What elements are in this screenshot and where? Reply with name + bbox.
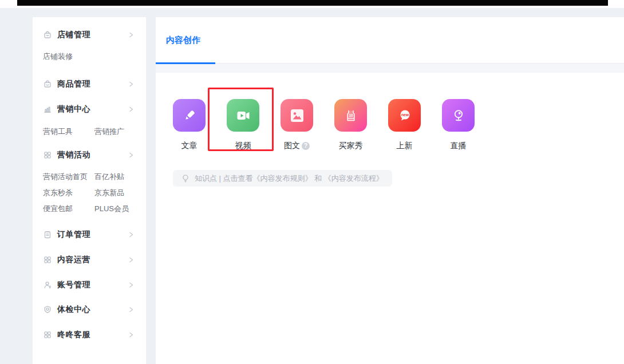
pencil-icon	[173, 99, 206, 132]
chevron-right-icon	[128, 152, 135, 159]
chevron-right-icon	[128, 31, 135, 38]
lightbulb-icon	[181, 174, 189, 183]
shop-bag-icon	[43, 30, 52, 39]
chevron-right-icon	[128, 306, 135, 313]
shield-icon	[43, 305, 52, 314]
sidebar: 店铺管理 店铺装修 商品管理 营销中心 营销工具 营销推广 营销活动	[33, 17, 146, 364]
clipboard-icon	[43, 230, 52, 239]
content-creation-area: 文章 视频 图文 ? 10 买	[156, 73, 624, 187]
sidebar-subitem[interactable]: 营销推广	[94, 126, 135, 137]
active-tab-underline	[156, 62, 215, 64]
tile-label: 图文 ?	[281, 140, 313, 152]
sidebar-item-product-management[interactable]: 商品管理	[43, 78, 135, 90]
sidebar-item-label: 账号管理	[57, 280, 90, 290]
sidebar-subitem[interactable]: 百亿补贴	[94, 169, 135, 185]
webcam-icon	[442, 99, 475, 132]
sidebar-item-label: 店铺管理	[57, 30, 90, 40]
sidebar-subgroup-marketing-center: 营销工具 营销推广	[43, 126, 135, 137]
sidebar-item-label: 营销中心	[57, 104, 90, 114]
grid-icon	[43, 330, 52, 339]
chevron-right-icon	[128, 282, 135, 288]
chevron-right-icon	[128, 106, 135, 113]
knowledge-tip-text[interactable]: 知识点 | 点击查看《内容发布规则》 和 《内容发布流程》	[195, 173, 384, 184]
new-bubble-text: new	[401, 113, 409, 117]
top-black-bar	[17, 0, 608, 6]
sidebar-subitem[interactable]: 京东新品	[94, 185, 135, 201]
sidebar-item-health-center[interactable]: 体检中心	[43, 304, 135, 315]
tile-label: 文章	[173, 140, 206, 152]
tile-row: 文章 视频 图文 ? 10 买	[156, 73, 624, 152]
sidebar-item-label: 商品管理	[57, 79, 90, 89]
jersey-icon: 10	[334, 99, 367, 132]
tile-article[interactable]: 文章	[173, 99, 206, 152]
chevron-right-icon	[128, 331, 135, 338]
tab-band	[156, 64, 624, 73]
bar-chart-icon	[43, 105, 52, 114]
tile-label: 买家秀	[334, 140, 367, 152]
grid-icon	[43, 255, 52, 264]
picture-icon	[281, 99, 313, 132]
sidebar-subitem[interactable]: 便宜包邮	[43, 201, 94, 217]
sidebar-item-label: 咚咚客服	[57, 330, 90, 340]
sidebar-subitem[interactable]: 店铺装修	[43, 51, 94, 62]
knowledge-tip[interactable]: 知识点 | 点击查看《内容发布规则》 和 《内容发布流程》	[173, 170, 392, 187]
video-camera-icon	[227, 99, 259, 132]
chevron-right-icon	[128, 231, 135, 238]
sidebar-item-label: 营销活动	[57, 150, 90, 160]
sidebar-subgroup-store: 店铺装修	[43, 51, 135, 62]
sidebar-item-account-management[interactable]: 账号管理	[43, 279, 135, 291]
sidebar-item-label: 内容运营	[57, 255, 90, 265]
grid-icon	[43, 151, 52, 160]
help-question-icon[interactable]: ?	[302, 142, 310, 150]
sidebar-item-content-operations[interactable]: 内容运营	[43, 254, 135, 266]
tile-buyer-show[interactable]: 10 买家秀	[334, 99, 367, 152]
sidebar-subitem[interactable]: PLUS会员	[94, 201, 135, 217]
sidebar-item-store-management[interactable]: 店铺管理	[43, 29, 135, 41]
sidebar-subgroup-marketing-activity: 营销活动首页 百亿补贴 京东秒杀 京东新品 便宜包邮 PLUS会员	[43, 169, 135, 217]
main-panel: 内容创作 文章 视频 图文	[156, 17, 624, 364]
sidebar-subitem[interactable]: 京东秒杀	[43, 185, 94, 201]
tab-content-creation[interactable]: 内容创作	[166, 35, 200, 46]
tile-label: 直播	[442, 140, 475, 152]
chevron-right-icon	[128, 81, 135, 88]
product-bag-icon	[43, 80, 52, 89]
jersey-number: 10	[349, 113, 353, 117]
user-icon	[43, 280, 52, 290]
new-bubble-icon: new	[388, 99, 421, 132]
sidebar-item-label: 体检中心	[57, 304, 90, 315]
tile-label: 上新	[388, 140, 421, 152]
sidebar-item-marketing-activity[interactable]: 营销活动	[43, 149, 135, 161]
tile-label: 视频	[227, 140, 259, 152]
sidebar-item-order-management[interactable]: 订单管理	[43, 229, 135, 240]
sidebar-item-marketing-center[interactable]: 营销中心	[43, 104, 135, 115]
sidebar-item-dongdong-service[interactable]: 咚咚客服	[43, 329, 135, 341]
sidebar-item-label: 订单管理	[57, 230, 90, 240]
tile-live[interactable]: 直播	[442, 99, 475, 152]
tile-image-text[interactable]: 图文 ?	[281, 99, 313, 152]
tile-new-arrival[interactable]: new 上新	[388, 99, 421, 152]
tab-bar: 内容创作	[156, 17, 624, 64]
sidebar-subitem[interactable]: 营销工具	[43, 126, 94, 137]
tile-video[interactable]: 视频	[227, 99, 259, 152]
chevron-right-icon	[128, 256, 135, 263]
sidebar-subitem[interactable]: 营销活动首页	[43, 169, 94, 185]
